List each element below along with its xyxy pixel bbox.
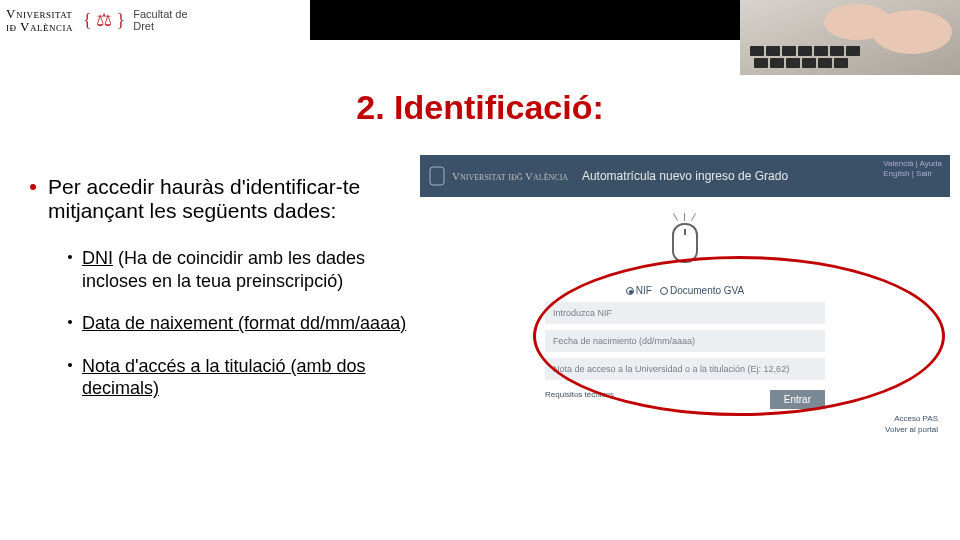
keyboard-image xyxy=(740,0,960,75)
app-title: Automatrícula nuevo ingreso de Grado xyxy=(582,169,788,183)
mouse-icon xyxy=(672,223,698,263)
enter-button[interactable]: Entrar xyxy=(770,390,825,409)
slide-title: 2. Identificació: xyxy=(0,88,960,127)
uv-shield-icon xyxy=(428,165,446,187)
svg-rect-9 xyxy=(770,58,784,68)
svg-rect-4 xyxy=(798,46,812,56)
radio-gva[interactable] xyxy=(660,287,668,295)
sub-bullet-dob: Data de naixement (format dd/mm/aaaa) xyxy=(68,312,415,335)
radio-nif[interactable] xyxy=(626,287,634,295)
header-bar: Vniversitat ið València { ⚖ } Facultat d… xyxy=(0,0,960,40)
dob-field[interactable]: Fecha de nacimiento (dd/mm/aaaa) xyxy=(545,330,825,352)
lang-links[interactable]: Valencià | Ayuda English | Salir xyxy=(883,159,942,178)
faculty-label: Facultat de Dret xyxy=(133,8,187,32)
sub-bullet-dni: DNI (Ha de coincidir amb les dades inclo… xyxy=(68,247,415,292)
svg-rect-16 xyxy=(430,167,444,185)
intro-bullet: Per accedir hauràs d'identificar-te mitj… xyxy=(30,175,415,223)
svg-rect-13 xyxy=(834,58,848,68)
embedded-screenshot: Vniversitat iðğ València Automatrícula n… xyxy=(420,155,950,445)
svg-rect-1 xyxy=(750,46,764,56)
uv-wordmark: Vniversitat ið València xyxy=(6,7,73,33)
app-brand: Vniversitat iðğ València xyxy=(452,170,568,182)
slide-body: Per accedir hauràs d'identificar-te mitj… xyxy=(30,175,415,420)
svg-rect-3 xyxy=(782,46,796,56)
faculty-icon: { ⚖ } xyxy=(83,9,125,31)
svg-rect-2 xyxy=(766,46,780,56)
nif-field[interactable]: Introduzca NIF xyxy=(545,302,825,324)
footer-links[interactable]: Acceso PAS Volver al portal xyxy=(885,414,938,435)
requirements-link[interactable]: Requisitos técnicos xyxy=(545,390,614,399)
svg-point-15 xyxy=(872,10,952,54)
doc-type-radios[interactable]: NIF Documento GVA xyxy=(626,285,744,296)
sub-bullet-nota: Nota d'accés a la titulació (amb dos dec… xyxy=(68,355,415,400)
nota-field[interactable]: Nota de acceso a la Universidad o a la t… xyxy=(545,358,825,380)
svg-rect-6 xyxy=(830,46,844,56)
svg-rect-7 xyxy=(846,46,860,56)
app-body: NIF Documento GVA Introduzca NIF Fecha d… xyxy=(420,197,950,445)
svg-rect-8 xyxy=(754,58,768,68)
svg-rect-11 xyxy=(802,58,816,68)
svg-rect-12 xyxy=(818,58,832,68)
app-header: Vniversitat iðğ València Automatrícula n… xyxy=(420,155,950,197)
svg-rect-10 xyxy=(786,58,800,68)
svg-rect-5 xyxy=(814,46,828,56)
uv-logo-block: Vniversitat ið València { ⚖ } Facultat d… xyxy=(0,0,310,40)
